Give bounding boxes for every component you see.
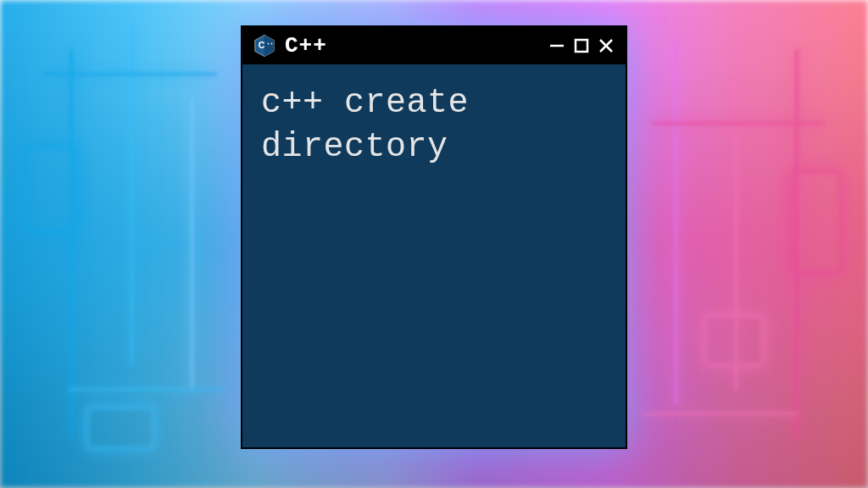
titlebar[interactable]: C + + C++ [242, 27, 626, 64]
window-controls [548, 37, 615, 54]
close-button[interactable] [597, 37, 615, 54]
minimize-button[interactable] [548, 37, 566, 54]
svg-text:C: C [259, 40, 265, 50]
maximize-button[interactable] [573, 38, 590, 53]
terminal-window: C + + C++ c++ create directory [241, 25, 627, 449]
cpp-logo-icon: C + + [253, 34, 276, 58]
terminal-content[interactable]: c++ create directory [242, 64, 626, 447]
window-title: C++ [285, 33, 539, 58]
svg-rect-6 [576, 40, 587, 52]
svg-text:+: + [267, 42, 270, 46]
svg-text:+: + [270, 42, 273, 46]
